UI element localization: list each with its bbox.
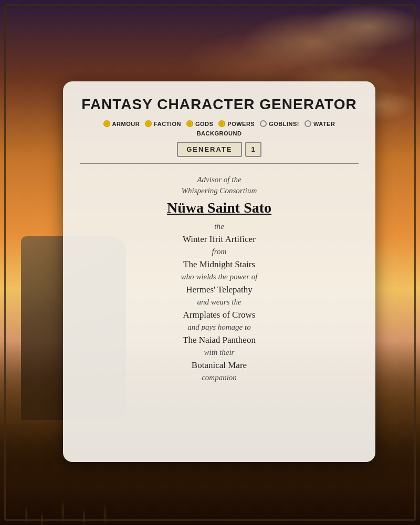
radio-powers[interactable]	[218, 120, 225, 127]
option-faction[interactable]: Faction	[145, 120, 181, 127]
generate-row: Generate 1	[80, 142, 359, 157]
character-power-label: who wields the power of	[80, 271, 359, 283]
radio-goblins[interactable]	[260, 120, 267, 127]
generate-count[interactable]: 1	[245, 142, 261, 157]
radio-water[interactable]	[304, 120, 311, 127]
character-name: Nüwa Saint Sato	[80, 200, 359, 216]
generate-button[interactable]: Generate	[177, 142, 242, 157]
character-role: Advisor of the Whispering Consortium	[80, 174, 359, 196]
option-armour[interactable]: Armour	[103, 120, 140, 127]
character-card: Fantasy Character Generator Armour Facti…	[63, 81, 375, 462]
option-armour-label: Armour	[112, 121, 140, 127]
divider	[80, 163, 359, 164]
radio-gods[interactable]	[186, 120, 193, 127]
app-title: Fantasy Character Generator	[80, 96, 359, 113]
character-armour: Armplates of Crows	[80, 308, 359, 322]
option-water[interactable]: Water	[304, 120, 335, 127]
option-goblins[interactable]: Goblins!	[260, 120, 299, 127]
character-class: Winter Ifrit Artificer	[80, 233, 359, 246]
character-companion: Botanical Mare	[80, 359, 359, 372]
option-background-label: Background	[197, 130, 242, 136]
character-origin: The Midnight Stairs	[80, 258, 359, 271]
option-gods[interactable]: Gods	[186, 120, 213, 127]
option-background[interactable]: Background	[197, 130, 242, 136]
option-gods-label: Gods	[195, 121, 213, 127]
option-goblins-label: Goblins!	[269, 121, 299, 127]
role-line1: Advisor of the	[197, 175, 241, 184]
character-companion-suffix: companion	[80, 372, 359, 384]
character-article: the	[80, 220, 359, 233]
option-faction-label: Faction	[154, 121, 181, 127]
character-pantheon: The Naiad Pantheon	[80, 333, 359, 347]
character-armour-label: and wears the	[80, 296, 359, 308]
option-water-label: Water	[313, 121, 335, 127]
role-line2: Whispering Consortium	[182, 186, 257, 195]
radio-armour[interactable]	[103, 120, 110, 127]
character-power: Hermes' Telepathy	[80, 283, 359, 297]
character-display: Advisor of the Whispering Consortium Nüw…	[80, 172, 359, 384]
options-row: Armour Faction Gods Powers Goblins! Wate…	[80, 120, 359, 136]
option-powers[interactable]: Powers	[218, 120, 255, 127]
option-powers-label: Powers	[227, 121, 255, 127]
radio-faction[interactable]	[145, 120, 152, 127]
character-homage-label: and pays homage to	[80, 321, 359, 333]
character-from-label: from	[80, 246, 359, 258]
character-companion-label: with their	[80, 346, 359, 359]
